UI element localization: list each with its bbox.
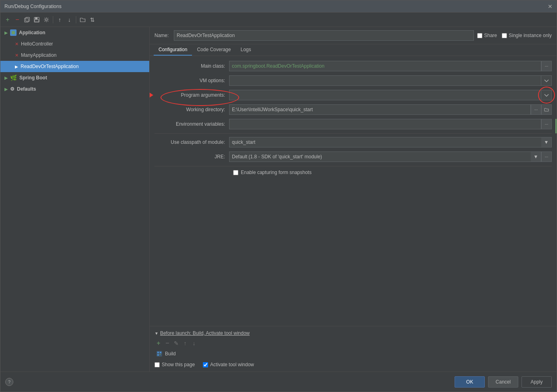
manyapplication-icon: ✕ [15, 53, 19, 58]
save-config-button[interactable] [32, 15, 41, 24]
main-class-row: Main class: ··· [154, 61, 552, 71]
classpath-label: Use classpath of module: [154, 139, 229, 145]
svg-rect-8 [157, 352, 159, 353]
jre-row: JRE: Default (1.8 - SDK of 'quick_start'… [154, 151, 552, 162]
working-dir-browse-btn[interactable]: ··· [531, 104, 541, 115]
svg-point-5 [46, 19, 48, 21]
program-arguments-expand-btn[interactable] [541, 90, 552, 100]
application-type-icon [10, 29, 17, 36]
single-instance-label: Single instance only [509, 33, 552, 38]
vm-options-expand-btn[interactable] [541, 75, 552, 86]
show-page-check: Show this page [154, 362, 195, 367]
working-dir-folder-btn[interactable] [541, 104, 552, 115]
svg-rect-6 [12, 31, 15, 34]
sidebar-group-springboot[interactable]: ▶ 🌿 Spring Boot [0, 72, 149, 83]
sidebar-group-defaults[interactable]: ▶ ⚙ Defaults [0, 83, 149, 95]
env-vars-browse-btn[interactable]: ··· [541, 119, 552, 129]
vm-options-input[interactable] [229, 75, 541, 86]
sort-button[interactable]: ⇅ [88, 15, 97, 24]
manyapplication-label: ManyApplication [21, 52, 56, 58]
environment-variables-label: Environment variables: [154, 121, 229, 127]
hellocontroller-icon: ✕ [15, 41, 19, 47]
application-group-icon: ▶ [4, 31, 8, 35]
toolbar: + − ↑ ↓ [0, 12, 557, 27]
readdev-icon: ▶ [15, 64, 18, 69]
config-panel: Main class: ··· VM options: [150, 56, 557, 326]
share-label: Share [484, 33, 497, 38]
enable-snapshots-row: Enable capturing form snapshots [154, 170, 552, 175]
remove-config-button[interactable]: − [13, 15, 22, 24]
program-arguments-input[interactable] [229, 90, 541, 100]
build-item: Build [154, 350, 552, 358]
move-up-button[interactable]: ↑ [55, 15, 64, 24]
sidebar-item-readdev[interactable]: ▶ ReadDevOrTestApplication [0, 61, 149, 72]
svg-rect-11 [160, 354, 161, 355]
application-group-label: Application [19, 30, 45, 35]
share-checkbox[interactable] [477, 33, 482, 38]
copy-config-button[interactable] [23, 15, 31, 24]
main-class-input[interactable] [229, 61, 541, 71]
close-button[interactable]: ✕ [548, 3, 553, 10]
main-class-browse-btn[interactable]: ··· [541, 61, 552, 71]
program-arguments-label: Program arguments: [154, 92, 229, 98]
bl-down-btn[interactable]: ↓ [190, 339, 198, 347]
sidebar-item-hellocontroller[interactable]: ✕ HelloController [0, 38, 149, 50]
right-panel: Name: ReadDevOrTestApplication Share Sin… [150, 27, 557, 371]
before-launch-section: ▼ Before launch: Build, Activate tool wi… [150, 326, 557, 371]
classpath-select-wrapper: quick_start ▼ [229, 137, 552, 147]
bl-remove-btn[interactable]: − [163, 339, 171, 347]
classpath-module-select[interactable]: quick_start [229, 137, 552, 147]
environment-variables-input[interactable] [229, 119, 541, 129]
name-label: Name: [154, 33, 171, 38]
bl-edit-btn[interactable]: ✎ [172, 339, 180, 347]
sidebar: ▶ Application ✕ HelloController ✕ ManyAp… [0, 27, 150, 371]
springboot-icon: 🌿 [10, 75, 17, 81]
working-directory-input[interactable] [229, 104, 531, 115]
jre-select[interactable]: Default (1.8 - SDK of 'quick_start' modu… [229, 151, 541, 162]
defaults-icon: ⚙ [10, 86, 15, 92]
activate-tool-label: Activate tool window [210, 362, 254, 367]
before-launch-checkboxes: Show this page Activate tool window [154, 362, 552, 367]
bl-add-btn[interactable]: + [154, 339, 163, 347]
bl-up-btn[interactable]: ↑ [181, 339, 189, 347]
before-launch-header: ▼ Before launch: Build, Activate tool wi… [154, 330, 552, 336]
tabs-row: Configuration Code Coverage Logs [150, 44, 557, 56]
single-instance-checkbox[interactable] [502, 33, 507, 38]
toolbar-separator2 [76, 16, 76, 23]
title-bar: Run/Debug Configurations ✕ [0, 0, 557, 12]
show-page-checkbox[interactable] [154, 362, 160, 367]
svg-rect-4 [35, 20, 39, 22]
sidebar-group-application[interactable]: ▶ Application [0, 27, 149, 38]
share-checkbox-row: Share [477, 33, 497, 38]
ok-button[interactable]: OK [455, 376, 485, 388]
tab-code-coverage[interactable]: Code Coverage [192, 44, 236, 56]
before-launch-title: Before launch: Build, Activate tool wind… [160, 330, 250, 336]
cancel-button[interactable]: Cancel [488, 376, 518, 388]
classpath-module-row: Use classpath of module: quick_start ▼ [154, 137, 552, 147]
working-directory-row: Working directory: ··· [154, 104, 552, 115]
settings-button[interactable] [42, 15, 51, 24]
name-row: Name: ReadDevOrTestApplication Share Sin… [150, 27, 557, 44]
program-arguments-row: Program arguments: [154, 90, 552, 100]
activate-tool-checkbox[interactable] [203, 362, 208, 367]
jre-browse-btn[interactable]: ··· [541, 151, 552, 162]
enable-snapshots-checkbox[interactable] [233, 170, 238, 175]
name-options: Share Single instance only [477, 33, 552, 38]
folder-button[interactable] [78, 15, 87, 24]
build-icon [156, 351, 163, 357]
jre-label: JRE: [154, 154, 229, 160]
help-button[interactable]: ? [5, 378, 13, 386]
tab-configuration[interactable]: Configuration [154, 44, 192, 56]
sidebar-item-manyapplication[interactable]: ✕ ManyApplication [0, 50, 149, 61]
vm-options-label: VM options: [154, 78, 229, 83]
name-input[interactable]: ReadDevOrTestApplication [174, 30, 474, 41]
enable-snapshots-label: Enable capturing form snapshots [241, 170, 311, 175]
add-config-button[interactable]: + [3, 15, 12, 24]
defaults-label: Defaults [17, 86, 36, 92]
working-directory-label: Working directory: [154, 107, 229, 112]
move-down-button[interactable]: ↓ [65, 15, 74, 24]
apply-button[interactable]: Apply [522, 376, 552, 388]
tab-logs[interactable]: Logs [236, 44, 256, 56]
svg-rect-10 [157, 354, 159, 356]
red-arrow-indicator [150, 92, 153, 98]
